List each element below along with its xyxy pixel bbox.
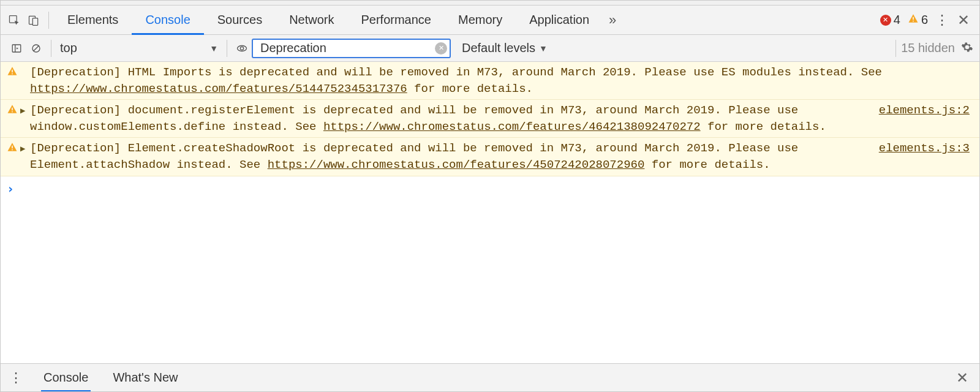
clear-filter-icon[interactable]: [435, 42, 447, 55]
chevron-down-icon: ▼: [209, 43, 218, 53]
console-message-row: ▶elements.js:3[Deprecation] Element.crea…: [1, 138, 979, 176]
execution-context-label: top: [60, 41, 77, 55]
svg-rect-11: [12, 108, 13, 111]
console-messages: [Deprecation] HTML Imports is deprecated…: [1, 62, 979, 363]
log-levels-label: Default levels: [462, 41, 535, 55]
separator: [895, 40, 896, 57]
warning-count-badge[interactable]: 6: [908, 13, 928, 27]
svg-rect-10: [12, 74, 13, 75]
svg-rect-3: [913, 17, 914, 20]
console-prompt[interactable]: ›: [1, 176, 979, 201]
warning-icon: [7, 66, 18, 82]
inspect-element-icon[interactable]: [4, 10, 24, 30]
live-expression-icon[interactable]: [232, 39, 252, 58]
warning-count: 6: [921, 13, 928, 27]
separator: [51, 40, 51, 57]
tab-network[interactable]: Network: [276, 6, 347, 34]
hidden-messages-label[interactable]: 15 hidden: [901, 41, 955, 55]
tab-memory[interactable]: Memory: [445, 6, 516, 34]
message-source-link[interactable]: elements.js:2: [879, 102, 970, 119]
error-count-badge[interactable]: 4: [880, 13, 900, 27]
console-message-row: [Deprecation] HTML Imports is deprecated…: [1, 62, 979, 100]
close-drawer-icon[interactable]: ✕: [950, 369, 974, 386]
warning-icon: [7, 104, 18, 120]
clear-console-icon[interactable]: [26, 39, 46, 58]
disclosure-triangle-icon[interactable]: ▶: [20, 141, 28, 156]
console-message-row: ▶elements.js:2[Deprecation] document.reg…: [1, 100, 979, 138]
drawer-tabstrip: ⋮ ConsoleWhat's New ✕: [1, 363, 979, 391]
drawer-kebab-menu-icon[interactable]: ⋮: [6, 370, 25, 386]
log-levels-select[interactable]: Default levels ▼: [462, 41, 548, 55]
drawer-tab-console[interactable]: Console: [31, 364, 100, 391]
error-icon: [880, 15, 891, 26]
svg-rect-14: [12, 149, 13, 151]
message-url-link[interactable]: https://www.chromestatus.com/features/45…: [268, 158, 645, 172]
execution-context-select[interactable]: top ▼: [56, 41, 222, 55]
disclosure-triangle-icon[interactable]: ▶: [20, 104, 28, 118]
tab-console[interactable]: Console: [132, 6, 203, 34]
svg-rect-12: [12, 111, 13, 113]
close-devtools-icon[interactable]: ✕: [951, 12, 976, 29]
chevron-down-icon: ▼: [539, 43, 548, 53]
separator: [227, 40, 227, 57]
tab-elements[interactable]: Elements: [54, 6, 132, 34]
drawer-tab-what-s-new[interactable]: What's New: [100, 364, 190, 391]
console-toolbar: top ▼ Default levels ▼ 15 hidden: [1, 35, 979, 62]
tab-performance[interactable]: Performance: [348, 6, 445, 34]
console-settings-icon[interactable]: [961, 41, 973, 56]
tabs-overflow-icon[interactable]: »: [603, 10, 622, 30]
kebab-menu-icon[interactable]: ⋮: [932, 12, 951, 28]
message-source-link[interactable]: elements.js:3: [879, 140, 970, 157]
error-count: 4: [894, 13, 900, 27]
message-url-link[interactable]: https://www.chromestatus.com/features/46…: [323, 120, 701, 134]
device-toolbar-icon[interactable]: [24, 10, 43, 30]
panel-tabs: ElementsConsoleSourcesNetworkPerformance…: [54, 6, 603, 34]
console-filter-input[interactable]: [252, 39, 451, 58]
warning-icon: [908, 13, 919, 27]
message-text: [Deprecation] HTML Imports is deprecated…: [30, 64, 970, 97]
devtools-tabstrip: ElementsConsoleSourcesNetworkPerformance…: [1, 6, 979, 35]
svg-rect-2: [32, 18, 37, 25]
message-text: elements.js:2[Deprecation] document.regi…: [30, 102, 970, 135]
svg-rect-4: [913, 21, 914, 22]
svg-rect-9: [12, 70, 13, 73]
toggle-console-sidebar-icon[interactable]: [7, 39, 26, 58]
tab-sources[interactable]: Sources: [204, 6, 276, 34]
message-url-link[interactable]: https://www.chromestatus.com/features/51…: [30, 82, 407, 96]
filter-text-field[interactable]: [259, 40, 435, 56]
svg-point-8: [240, 47, 243, 50]
separator: [48, 12, 49, 29]
message-text: elements.js:3[Deprecation] Element.creat…: [30, 140, 970, 173]
warning-icon: [7, 141, 18, 158]
window-top-gap: [1, 1, 979, 6]
tab-application[interactable]: Application: [516, 6, 603, 34]
svg-rect-13: [12, 146, 13, 149]
